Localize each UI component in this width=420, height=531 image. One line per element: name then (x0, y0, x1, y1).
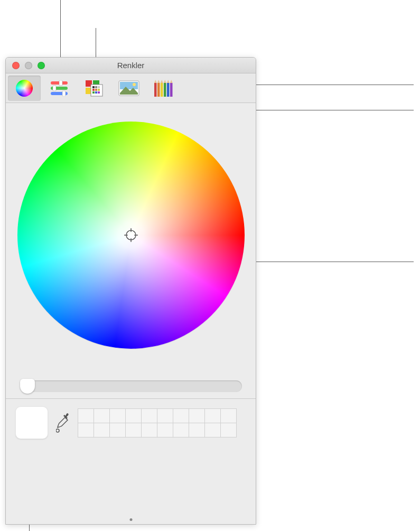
window-titlebar[interactable]: Renkler (6, 58, 256, 73)
color-mode-toolbar (6, 73, 256, 103)
close-button[interactable] (12, 62, 20, 69)
swatch-cell[interactable] (141, 423, 157, 437)
swatch-cell[interactable] (109, 423, 126, 437)
slider-thumb[interactable] (20, 379, 35, 394)
swatch-cell[interactable] (141, 408, 157, 423)
svg-rect-3 (59, 80, 62, 86)
sliders-icon (50, 80, 69, 96)
swatch-cell[interactable] (204, 408, 221, 423)
svg-rect-15 (98, 86, 100, 88)
swatch-cell[interactable] (204, 423, 221, 437)
svg-rect-5 (53, 86, 56, 91)
svg-point-1 (16, 80, 33, 97)
minimize-button[interactable] (25, 62, 32, 69)
palettes-icon (85, 79, 104, 97)
eyedropper-icon (56, 413, 70, 433)
swatch-cell[interactable] (220, 408, 237, 423)
svg-rect-20 (95, 91, 97, 94)
svg-rect-32 (164, 83, 166, 97)
colors-window: Renkler (5, 57, 256, 525)
svg-rect-17 (95, 89, 97, 91)
svg-rect-28 (157, 83, 160, 97)
swatch-cell[interactable] (94, 423, 110, 437)
swatch-cell[interactable] (173, 408, 189, 423)
swatch-cell[interactable] (125, 423, 142, 437)
swatch-cell[interactable] (125, 408, 142, 423)
swatch-panel (6, 398, 256, 446)
eyedropper-button[interactable] (55, 411, 70, 434)
tab-color-palettes[interactable] (78, 76, 110, 101)
swatch-cell[interactable] (109, 408, 126, 423)
tab-pencils[interactable] (147, 76, 180, 101)
svg-rect-34 (167, 83, 170, 97)
swatch-grid (78, 408, 236, 437)
svg-rect-30 (161, 83, 163, 97)
svg-rect-7 (62, 91, 66, 96)
page-indicator (129, 518, 132, 521)
tab-color-wheel[interactable] (8, 76, 41, 101)
crosshair-icon[interactable] (124, 228, 138, 242)
swatch-cell[interactable] (189, 423, 205, 437)
svg-point-25 (133, 83, 136, 86)
tab-color-sliders[interactable] (43, 76, 76, 101)
svg-marker-31 (161, 80, 163, 83)
svg-rect-18 (98, 89, 100, 91)
swatch-cell[interactable] (173, 423, 189, 437)
svg-rect-36 (170, 83, 173, 97)
svg-marker-29 (157, 80, 160, 83)
swatch-cell[interactable] (157, 423, 173, 437)
swatch-cell[interactable] (157, 408, 173, 423)
swatch-cell[interactable] (94, 408, 110, 423)
svg-rect-19 (92, 91, 95, 94)
color-wheel-icon (15, 79, 34, 98)
svg-point-43 (56, 429, 59, 432)
current-color-swatch[interactable] (15, 406, 48, 439)
svg-rect-13 (92, 86, 95, 88)
brightness-slider[interactable] (20, 380, 242, 392)
svg-marker-37 (170, 80, 173, 83)
svg-marker-33 (164, 80, 166, 83)
pencils-icon (153, 79, 174, 98)
color-wheel-panel (6, 103, 256, 398)
window-title: Renkler (117, 61, 145, 70)
svg-rect-21 (98, 91, 100, 94)
svg-marker-27 (154, 80, 157, 83)
tab-image-palettes[interactable] (113, 76, 145, 101)
swatch-cell[interactable] (220, 423, 237, 437)
swatch-cell[interactable] (78, 423, 94, 437)
svg-rect-26 (154, 83, 157, 97)
swatch-cell[interactable] (78, 408, 94, 423)
swatch-cell[interactable] (189, 408, 205, 423)
svg-rect-14 (95, 86, 97, 88)
zoom-button[interactable] (38, 62, 45, 69)
image-icon (118, 80, 139, 96)
svg-rect-16 (92, 89, 95, 91)
svg-marker-35 (167, 80, 170, 83)
